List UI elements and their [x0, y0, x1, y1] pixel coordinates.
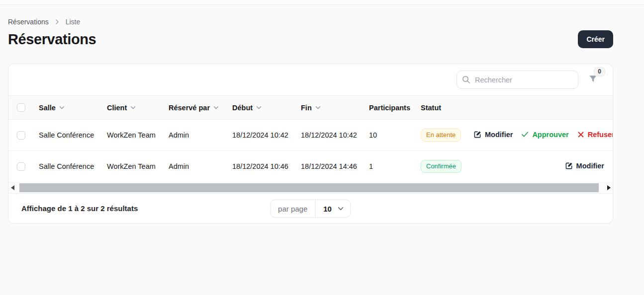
action-label: Refuser	[588, 131, 613, 139]
cell-client: WorkZen Team	[101, 120, 163, 151]
cell-reserve-par: Admin	[163, 151, 226, 182]
search-field-wrapper	[457, 71, 578, 89]
cell-salle: Salle Conférence	[33, 120, 101, 151]
breadcrumb-root-link[interactable]: Réservations	[8, 18, 49, 26]
per-page-label: par page	[271, 200, 315, 217]
topbar-divider	[0, 0, 644, 5]
column-header-client[interactable]: Client	[101, 96, 163, 120]
filter-count-badge: 0	[594, 67, 605, 76]
cell-actions: Modifier	[468, 151, 613, 182]
table-row[interactable]: Salle Conférence WorkZen Team Admin 18/1…	[8, 151, 613, 182]
row-checkbox[interactable]	[17, 131, 25, 140]
cell-fin: 18/12/2024 10:42	[295, 120, 363, 151]
scroll-right-arrow[interactable]	[605, 182, 613, 193]
column-label: Client	[107, 104, 127, 112]
search-input[interactable]	[457, 71, 578, 89]
per-page-select[interactable]: par page 10	[270, 199, 351, 218]
cell-debut: 18/12/2024 10:46	[226, 151, 295, 182]
scrollbar-thumb[interactable]	[19, 183, 599, 192]
row-checkbox-cell	[8, 151, 33, 182]
cell-participants: 1	[363, 151, 415, 182]
column-label: Participants	[369, 104, 410, 112]
table-row[interactable]: Salle Conférence WorkZen Team Admin 18/1…	[8, 120, 613, 151]
cell-statut: En attente	[415, 120, 468, 151]
page-title: Réservations	[8, 31, 96, 48]
results-summary: Affichage de 1 à 2 sur 2 résultats	[21, 204, 138, 213]
status-badge: En attente	[421, 129, 461, 142]
chevron-down-icon	[338, 205, 344, 212]
action-label: Modifier	[485, 131, 513, 139]
horizontal-scrollbar[interactable]	[8, 182, 613, 193]
table-toolbar: 0	[8, 64, 613, 95]
reservations-page: Réservations Liste Réservations Créer	[0, 18, 644, 223]
search-icon	[462, 75, 470, 84]
cell-client: WorkZen Team	[101, 151, 163, 182]
column-header-salle[interactable]: Salle	[33, 96, 101, 120]
edit-action-button[interactable]: Modifier	[474, 131, 513, 139]
sort-chevron-icon	[256, 105, 262, 110]
cell-debut: 18/12/2024 10:42	[226, 120, 295, 151]
sort-chevron-icon	[213, 105, 219, 110]
sort-chevron-icon	[130, 105, 136, 110]
column-label: Réservé par	[169, 104, 210, 112]
create-button[interactable]: Créer	[578, 30, 613, 48]
breadcrumb-current: Liste	[66, 18, 81, 26]
header-checkbox-cell	[8, 96, 33, 120]
column-header-debut[interactable]: Début	[226, 96, 295, 120]
status-badge: Confirmée	[421, 160, 461, 173]
column-header-participants: Participants	[363, 96, 415, 120]
page-header: Réservations Créer	[8, 30, 613, 48]
row-checkbox[interactable]	[17, 162, 25, 171]
per-page-value: 10	[323, 204, 332, 213]
select-all-checkbox[interactable]	[17, 103, 25, 112]
cell-fin: 18/12/2024 14:46	[295, 151, 363, 182]
column-header-actions	[468, 96, 613, 120]
column-header-fin[interactable]: Fin	[295, 96, 363, 120]
cell-statut: Confirmée	[415, 151, 468, 182]
pencil-square-icon	[565, 162, 573, 169]
edit-action-button[interactable]: Modifier	[565, 162, 604, 170]
action-label: Approuver	[532, 131, 568, 139]
x-icon	[577, 131, 584, 138]
cell-reserve-par: Admin	[163, 120, 226, 151]
column-header-reserve-par[interactable]: Réservé par	[163, 96, 226, 120]
approve-action-button[interactable]: Approuver	[521, 131, 568, 139]
column-label: Début	[232, 104, 253, 112]
cell-actions: Modifier Approuver Refuser	[468, 120, 613, 151]
table-footer: Affichage de 1 à 2 sur 2 résultats par p…	[8, 193, 613, 223]
column-label: Fin	[301, 104, 312, 112]
sort-chevron-icon	[59, 105, 65, 110]
reject-action-button[interactable]: Refuser	[577, 131, 613, 139]
column-label: Statut	[421, 104, 441, 112]
scroll-left-arrow[interactable]	[8, 182, 16, 193]
pencil-square-icon	[474, 131, 481, 138]
chevron-right-icon	[55, 19, 60, 24]
breadcrumb: Réservations Liste	[8, 18, 613, 26]
check-icon	[521, 131, 529, 138]
reservations-table-card: 0 Salle Client	[8, 64, 613, 223]
table-header-row: Salle Client Réservé par Début	[8, 96, 613, 120]
cell-salle: Salle Conférence	[33, 151, 101, 182]
sort-chevron-icon	[315, 105, 321, 110]
column-label: Salle	[39, 104, 56, 112]
column-header-statut: Statut	[415, 96, 468, 120]
filter-button[interactable]: 0	[588, 74, 598, 85]
action-label: Modifier	[576, 162, 604, 170]
cell-participants: 10	[363, 120, 415, 151]
row-checkbox-cell	[8, 120, 33, 151]
reservations-table: Salle Client Réservé par Début	[8, 95, 613, 182]
